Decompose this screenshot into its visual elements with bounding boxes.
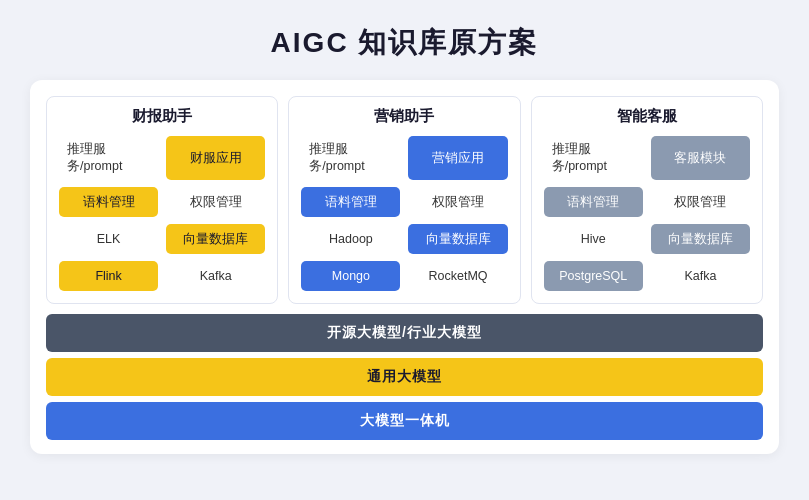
cell-marketing-4: Hadoop (301, 224, 400, 254)
cell-finance-0: 推理服务/prompt (59, 136, 158, 180)
cell-customer-service-6: PostgreSQL (544, 261, 643, 291)
assistant-box-finance: 财报助手推理服务/prompt财服应用语料管理权限管理ELK向量数据库Flink… (46, 96, 278, 304)
assistant-grid-finance: 推理服务/prompt财服应用语料管理权限管理ELK向量数据库FlinkKafk… (59, 136, 265, 291)
cell-marketing-6: Mongo (301, 261, 400, 291)
cell-customer-service-2: 语料管理 (544, 187, 643, 217)
assistant-grid-marketing: 推理服务/prompt营销应用语料管理权限管理Hadoop向量数据库MongoR… (301, 136, 507, 291)
content-area: 财报助手推理服务/prompt财服应用语料管理权限管理ELK向量数据库Flink… (30, 80, 779, 454)
cell-finance-1: 财服应用 (166, 136, 265, 180)
assistant-title-finance: 财报助手 (59, 107, 265, 126)
cell-customer-service-1: 客服模块 (651, 136, 750, 180)
cell-marketing-7: RocketMQ (408, 261, 507, 291)
cell-marketing-2: 语料管理 (301, 187, 400, 217)
cell-customer-service-5: 向量数据库 (651, 224, 750, 254)
cell-customer-service-0: 推理服务/prompt (544, 136, 643, 180)
assistants-row: 财报助手推理服务/prompt财服应用语料管理权限管理ELK向量数据库Flink… (46, 96, 763, 304)
cell-customer-service-7: Kafka (651, 261, 750, 291)
cell-marketing-1: 营销应用 (408, 136, 507, 180)
assistant-grid-customer-service: 推理服务/prompt客服模块语料管理权限管理Hive向量数据库PostgreS… (544, 136, 750, 291)
assistant-title-customer-service: 智能客服 (544, 107, 750, 126)
cell-marketing-5: 向量数据库 (408, 224, 507, 254)
cell-finance-7: Kafka (166, 261, 265, 291)
bar-1: 通用大模型 (46, 358, 763, 396)
assistant-box-marketing: 营销助手推理服务/prompt营销应用语料管理权限管理Hadoop向量数据库Mo… (288, 96, 520, 304)
cell-customer-service-3: 权限管理 (651, 187, 750, 217)
cell-finance-5: 向量数据库 (166, 224, 265, 254)
bottom-bars: 开源大模型/行业大模型通用大模型大模型一体机 (46, 314, 763, 440)
assistant-box-customer-service: 智能客服推理服务/prompt客服模块语料管理权限管理Hive向量数据库Post… (531, 96, 763, 304)
cell-finance-4: ELK (59, 224, 158, 254)
bar-2: 大模型一体机 (46, 402, 763, 440)
cell-customer-service-4: Hive (544, 224, 643, 254)
cell-marketing-0: 推理服务/prompt (301, 136, 400, 180)
page-title: AIGC 知识库原方案 (271, 24, 539, 62)
cell-finance-6: Flink (59, 261, 158, 291)
assistant-title-marketing: 营销助手 (301, 107, 507, 126)
cell-finance-2: 语料管理 (59, 187, 158, 217)
cell-marketing-3: 权限管理 (408, 187, 507, 217)
cell-finance-3: 权限管理 (166, 187, 265, 217)
bar-0: 开源大模型/行业大模型 (46, 314, 763, 352)
